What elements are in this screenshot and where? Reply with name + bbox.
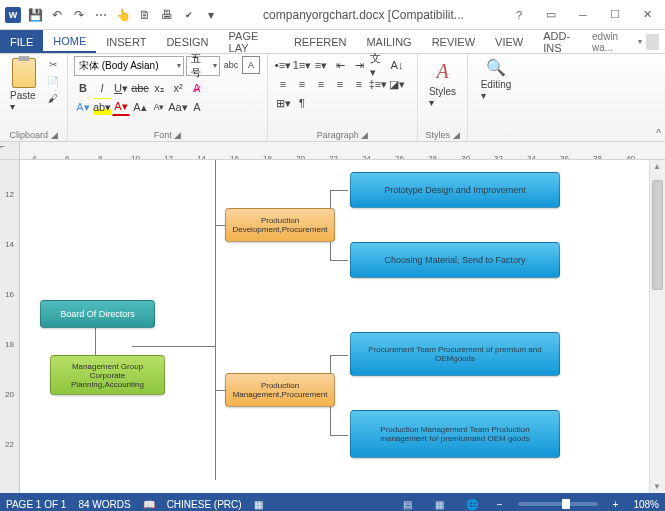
- char-shading-icon[interactable]: A: [188, 98, 206, 116]
- ribbon-tabs: FILE HOME INSERT DESIGN PAGE LAY REFEREN…: [0, 30, 665, 54]
- change-case-icon[interactable]: Aa▾: [169, 98, 187, 116]
- paragraph-group-label: Paragraph ◢: [268, 130, 417, 140]
- view-print-icon[interactable]: ▦: [430, 496, 450, 511]
- zoom-in-button[interactable]: +: [610, 499, 622, 510]
- qat-more-icon[interactable]: ⋯: [92, 6, 110, 24]
- cut-icon[interactable]: ✂: [45, 56, 61, 72]
- word-app-icon[interactable]: W: [4, 6, 22, 24]
- document-page[interactable]: Board Of Directors Management Group Corp…: [20, 160, 649, 493]
- editing-button[interactable]: 🔍 Editing▾: [474, 56, 518, 103]
- window-controls: ? ▭ ─ ☐ ✕: [507, 3, 665, 27]
- ruler-tick: 16: [5, 290, 14, 299]
- sort-icon[interactable]: A↓: [388, 56, 406, 74]
- underline-button[interactable]: U▾: [112, 79, 130, 97]
- node-board[interactable]: Board Of Directors: [40, 300, 155, 328]
- print-preview-icon[interactable]: 🖶: [158, 6, 176, 24]
- tab-references[interactable]: REFEREN: [284, 30, 357, 53]
- node-mgmt[interactable]: Management Group Corporate Planning,Acco…: [50, 355, 165, 395]
- align-right-icon[interactable]: ≡: [312, 75, 330, 93]
- phonetic-guide-icon[interactable]: abc: [222, 56, 240, 74]
- increase-indent-icon[interactable]: ⇥: [350, 56, 368, 74]
- status-language[interactable]: CHINESE (PRC): [167, 499, 242, 510]
- tab-home[interactable]: HOME: [43, 30, 96, 53]
- ruler-horizontal[interactable]: ⌐ 4 6 8 10 12 14 16 18 20 22 24 26 28 30…: [0, 142, 665, 160]
- superscript-button[interactable]: x²: [169, 79, 187, 97]
- align-center-icon[interactable]: ≡: [293, 75, 311, 93]
- font-color-icon[interactable]: A▾: [112, 98, 130, 116]
- styles-button[interactable]: A Styles▾: [424, 56, 461, 110]
- node-material[interactable]: Choosing Material, Send to Factory: [350, 242, 560, 278]
- status-proofing-icon[interactable]: 📖: [143, 499, 155, 510]
- shrink-font-icon[interactable]: A▾: [150, 98, 168, 116]
- text-effects-icon[interactable]: A▾: [74, 98, 92, 116]
- format-painter-icon[interactable]: 🖌: [45, 90, 61, 106]
- scrollbar-thumb[interactable]: [652, 180, 663, 290]
- node-prototype[interactable]: Prototype Design and Improvement: [350, 172, 560, 208]
- node-prodmgmt[interactable]: Production Management,Procurement: [225, 373, 335, 407]
- tab-view[interactable]: VIEW: [485, 30, 533, 53]
- status-words[interactable]: 84 WORDS: [78, 499, 130, 510]
- bold-button[interactable]: B: [74, 79, 92, 97]
- show-marks-icon[interactable]: ¶: [293, 94, 311, 112]
- maximize-icon[interactable]: ☐: [603, 3, 627, 27]
- ribbon-display-icon[interactable]: ▭: [539, 3, 563, 27]
- borders-icon[interactable]: ⊞▾: [274, 94, 292, 112]
- node-procure[interactable]: Procurement Team Procurement of premium …: [350, 332, 560, 376]
- ruler-vertical[interactable]: 12 14 16 18 20 22: [0, 160, 20, 493]
- justify-icon[interactable]: ≡: [331, 75, 349, 93]
- save-icon[interactable]: 💾: [26, 6, 44, 24]
- scrollbar-vertical[interactable]: [649, 160, 665, 493]
- view-read-icon[interactable]: ▤: [398, 496, 418, 511]
- minimize-icon[interactable]: ─: [571, 3, 595, 27]
- font-size-select[interactable]: 五号▾: [186, 56, 220, 76]
- tab-addins[interactable]: ADD-INS: [533, 30, 592, 53]
- clear-format-icon[interactable]: A̷: [188, 79, 206, 97]
- zoom-slider[interactable]: [518, 502, 598, 506]
- decrease-indent-icon[interactable]: ⇤: [331, 56, 349, 74]
- strikethrough-button[interactable]: abc: [131, 79, 149, 97]
- view-web-icon[interactable]: 🌐: [462, 496, 482, 511]
- connector: [132, 346, 215, 347]
- zoom-slider-thumb[interactable]: [562, 499, 570, 509]
- align-left-icon[interactable]: ≡: [274, 75, 292, 93]
- node-proddev[interactable]: Production Development,Procurement: [225, 208, 335, 242]
- zoom-level[interactable]: 108%: [633, 499, 659, 510]
- qat-custom-icon[interactable]: ▾: [202, 6, 220, 24]
- spelling-icon[interactable]: ✔: [180, 6, 198, 24]
- redo-icon[interactable]: ↷: [70, 6, 88, 24]
- touch-mode-icon[interactable]: 👆: [114, 6, 132, 24]
- char-border-icon[interactable]: A: [242, 56, 260, 74]
- italic-button[interactable]: I: [93, 79, 111, 97]
- subscript-button[interactable]: x₂: [150, 79, 168, 97]
- font-name-select[interactable]: 宋体 (Body Asian)▾: [74, 56, 184, 76]
- node-prodmgmt-team[interactable]: Production Management Team Production ma…: [350, 410, 560, 458]
- tab-pagelayout[interactable]: PAGE LAY: [219, 30, 284, 53]
- status-macro-icon[interactable]: ▦: [254, 499, 263, 510]
- highlight-icon[interactable]: ab▾: [93, 98, 111, 116]
- asian-layout-icon[interactable]: 文▾: [369, 56, 387, 74]
- undo-icon[interactable]: ↶: [48, 6, 66, 24]
- tab-file[interactable]: FILE: [0, 30, 43, 53]
- tab-design[interactable]: DESIGN: [156, 30, 218, 53]
- numbering-icon[interactable]: 1≡▾: [293, 56, 311, 74]
- distributed-icon[interactable]: ≡: [350, 75, 368, 93]
- bullets-icon[interactable]: •≡▾: [274, 56, 292, 74]
- close-icon[interactable]: ✕: [635, 3, 659, 27]
- tab-insert[interactable]: INSERT: [96, 30, 156, 53]
- shading-icon[interactable]: ◪▾: [388, 75, 406, 93]
- tab-review[interactable]: REVIEW: [422, 30, 485, 53]
- paste-button[interactable]: Paste ▾: [6, 56, 41, 114]
- multilevel-icon[interactable]: ≡▾: [312, 56, 330, 74]
- copy-icon[interactable]: 📄: [45, 73, 61, 89]
- grow-font-icon[interactable]: A▴: [131, 98, 149, 116]
- status-page[interactable]: PAGE 1 OF 1: [6, 499, 66, 510]
- tab-mailings[interactable]: MAILING: [356, 30, 421, 53]
- connector: [330, 260, 348, 261]
- collapse-ribbon-icon[interactable]: ^: [656, 128, 661, 139]
- line-spacing-icon[interactable]: ‡≡▾: [369, 75, 387, 93]
- new-icon[interactable]: 🗎: [136, 6, 154, 24]
- account-menu[interactable]: edwin wa... ▾: [592, 30, 665, 53]
- ribbon-group-styles: A Styles▾ Styles ◢: [418, 54, 468, 141]
- zoom-out-button[interactable]: −: [494, 499, 506, 510]
- help-icon[interactable]: ?: [507, 3, 531, 27]
